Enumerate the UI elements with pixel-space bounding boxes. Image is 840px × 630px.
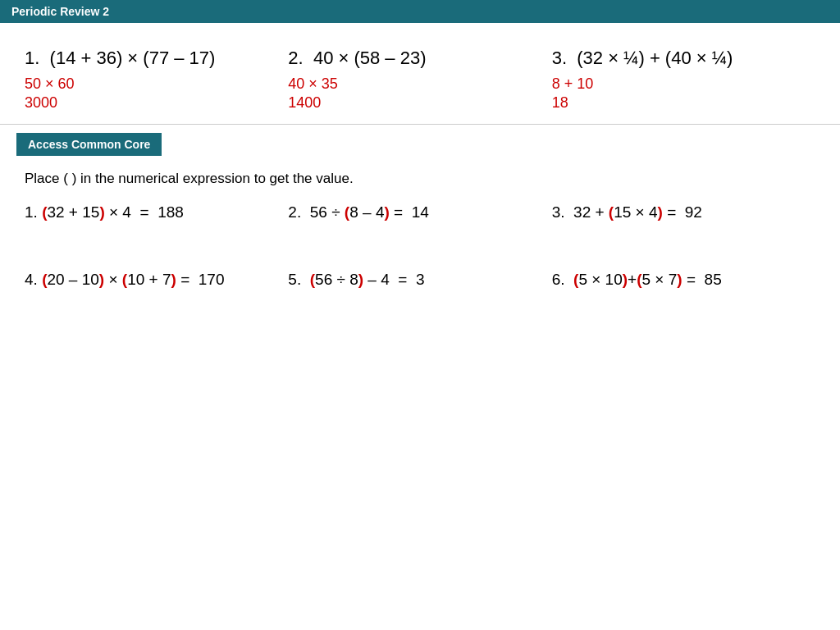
cc-problem-3: 3. 32 + (15 × 4) = 92 — [552, 203, 815, 221]
cc-p5-open1: ( — [310, 271, 315, 288]
cc-problem-2: 2. 56 ÷ (8 – 4) = 14 — [288, 203, 551, 221]
problem-1-step: 50 × 60 — [25, 75, 288, 93]
cc-p2-open-paren: ( — [345, 203, 349, 221]
cc-problem-5: 5. (56 ÷ 8) – 4 = 3 — [288, 271, 551, 289]
problem-2: 2. 40 × (58 – 23) 40 × 35 1400 — [288, 48, 551, 112]
cc-problem-1-number: 1. — [25, 203, 42, 221]
cc-p1-open-paren: ( — [42, 203, 47, 221]
cc-p4-close2: ) — [171, 271, 176, 288]
problem-3: 3. (32 × ¼) + (40 × ¼) 8 + 10 18 — [552, 48, 815, 112]
periodic-review-section: 1. (14 + 36) × (77 – 17) 50 × 60 3000 2.… — [0, 23, 840, 124]
cc-p2-close-paren: ) — [384, 203, 389, 221]
problem-2-number: 2. — [288, 48, 313, 68]
cc-p4-open2: ( — [122, 271, 127, 288]
access-common-core-section: Place ( ) in the numerical expression to… — [0, 171, 840, 289]
periodic-review-header: Periodic Review 2 — [0, 0, 840, 23]
cc-p1-close-paren: ) — [99, 203, 104, 221]
problem-3-step: 8 + 10 — [552, 75, 815, 93]
problem-1-expression: 1. (14 + 36) × (77 – 17) — [25, 48, 288, 69]
cc-problems-row-1: 1. (32 + 15) × 4 = 188 2. 56 ÷ (8 – 4) =… — [25, 203, 815, 221]
cc-p4-open1: ( — [42, 271, 47, 288]
periodic-review-title: Periodic Review 2 — [11, 5, 109, 18]
cc-problems-row-2: 4. (20 – 10) × (10 + 7) = 170 5. (56 ÷ 8… — [25, 271, 815, 289]
cc-problem-4-number: 4. — [25, 271, 42, 288]
problem-1-answer: 3000 — [25, 94, 288, 112]
problem-2-answer: 1400 — [288, 94, 551, 112]
problem-1: 1. (14 + 36) × (77 – 17) 50 × 60 3000 — [25, 48, 288, 112]
problem-1-number: 1. — [25, 48, 50, 68]
cc-p6-close1: ) — [623, 271, 628, 288]
cc-p4-close1: ) — [99, 271, 104, 288]
access-common-core-label: Access Common Core — [28, 138, 150, 151]
cc-p6-close2: ) — [677, 271, 682, 288]
problem-2-step: 40 × 35 — [288, 75, 551, 93]
cc-p3-close-paren: ) — [658, 203, 663, 221]
problem-2-expression: 2. 40 × (58 – 23) — [288, 48, 551, 69]
problem-3-number: 3. — [552, 48, 578, 68]
instruction-text: Place ( ) in the numerical expression to… — [25, 171, 815, 187]
problem-3-answer: 18 — [552, 94, 815, 112]
cc-problem-6-number: 6. — [552, 271, 573, 288]
cc-problem-4: 4. (20 – 10) × (10 + 7) = 170 — [25, 271, 288, 289]
access-common-core-header: Access Common Core — [16, 133, 162, 156]
cc-p6-open2: ( — [637, 271, 641, 288]
cc-p5-close1: ) — [358, 271, 363, 288]
cc-problem-1: 1. (32 + 15) × 4 = 188 — [25, 203, 288, 221]
problems-row: 1. (14 + 36) × (77 – 17) 50 × 60 3000 2.… — [25, 48, 815, 112]
cc-problem-5-number: 5. — [288, 271, 309, 288]
cc-p6-open1: ( — [573, 271, 578, 288]
problem-3-expression: 3. (32 × ¼) + (40 × ¼) — [552, 48, 815, 69]
cc-problem-2-number: 2. — [288, 203, 309, 221]
cc-problem-3-number: 3. — [552, 203, 573, 221]
cc-problem-6: 6. (5 × 10)+(5 × 7) = 85 — [552, 271, 815, 289]
cc-p3-open-paren: ( — [609, 203, 614, 221]
